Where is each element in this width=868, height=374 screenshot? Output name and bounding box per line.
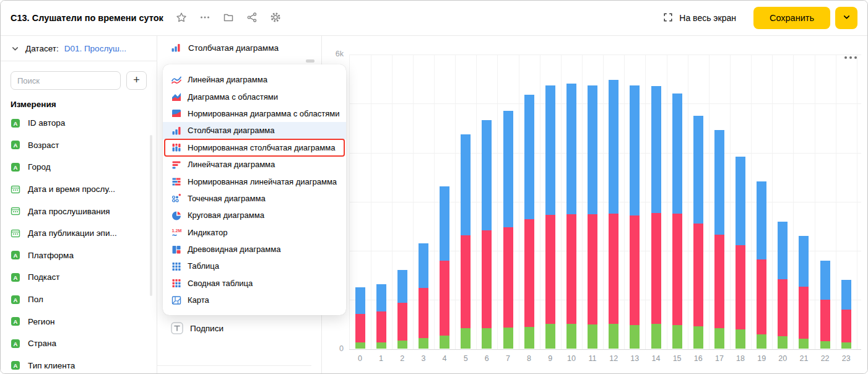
x-axis-tick: 20 xyxy=(775,354,790,363)
series-blue-top-segment xyxy=(672,94,682,214)
chart-type-menu-item[interactable]: Линейчатая диаграмма xyxy=(163,156,346,173)
ellipsis-icon[interactable] xyxy=(193,7,217,29)
series-green-bottom-segment xyxy=(355,342,365,349)
series-blue-top-segment xyxy=(566,84,576,214)
x-axis-tick: 23 xyxy=(839,354,854,363)
bar-hour-2 xyxy=(397,270,407,349)
series-blue-top-segment xyxy=(419,243,428,288)
dimensions-section-title: Измерения xyxy=(11,100,147,109)
chart-type-selector[interactable]: Столбчатая диаграмма xyxy=(157,36,321,59)
series-pink-middle-segment xyxy=(714,235,724,328)
chart-type-menu-item[interactable]: Столбчатая диаграмма xyxy=(163,122,346,139)
field-item[interactable]: AГород xyxy=(1,156,157,178)
field-item[interactable]: Дата и время прослу... xyxy=(1,178,157,201)
chart-type-menu-item[interactable]: Диаграмма с областями xyxy=(163,88,346,105)
bar-hour-14 xyxy=(651,86,661,348)
series-green-bottom-segment xyxy=(672,325,682,348)
dataset-sidebar: Датасет: D01. Прослуш... + Измерения AID… xyxy=(1,36,157,373)
field-label: Возраст xyxy=(28,141,59,150)
chart-type-menu-item[interactable]: Древовидная диаграмма xyxy=(163,241,346,258)
series-pink-middle-segment xyxy=(397,303,407,341)
series-pink-middle-segment xyxy=(355,314,365,342)
field-item[interactable]: Дата прослушивания xyxy=(1,200,157,222)
chart-type-menu-item[interactable]: Точечная диаграмма xyxy=(163,190,346,207)
series-blue-top-segment xyxy=(503,111,513,227)
dataset-link[interactable]: D01. Прослуш... xyxy=(64,44,126,53)
chart-type-menu: Линейная диаграммаДиаграмма с областямиН… xyxy=(163,64,346,315)
bar-hour-1 xyxy=(376,284,386,349)
chart-type-menu-item-label: Точечная диаграмма xyxy=(188,194,266,203)
series-blue-top-segment xyxy=(714,130,724,234)
chart-type-menu-item[interactable]: Нормированная диаграмма с областями xyxy=(163,105,346,122)
field-item[interactable]: AВозраст xyxy=(1,134,157,157)
x-axis-tick: 5 xyxy=(458,354,473,363)
series-green-bottom-segment xyxy=(461,328,471,348)
chart-type-menu-item[interactable]: Сводная таблица xyxy=(163,275,346,292)
series-blue-top-segment xyxy=(440,186,449,261)
share-icon[interactable] xyxy=(240,7,264,29)
column-chart-icon xyxy=(171,43,181,53)
settings-scrollbar-thumb[interactable] xyxy=(306,59,315,63)
pivot-table-icon xyxy=(171,278,181,288)
field-label: ID автора xyxy=(28,118,65,128)
chart-type-menu-item[interactable]: Нормированная линейчатая диаграмма xyxy=(163,173,346,189)
chart-type-menu-item[interactable]: Таблица xyxy=(163,258,346,274)
chart-type-menu-item[interactable]: Круговая диаграмма xyxy=(163,207,346,224)
chart-type-menu-item[interactable]: Карта xyxy=(163,292,346,308)
star-icon[interactable] xyxy=(170,7,193,29)
gear-icon[interactable] xyxy=(264,7,287,29)
field-item[interactable]: AID автора xyxy=(1,112,157,134)
chart-type-menu-item-label: Древовидная диаграмма xyxy=(188,245,280,254)
series-pink-middle-segment xyxy=(482,230,492,328)
labels-option[interactable]: Подписи xyxy=(157,316,321,341)
bar-hour-10 xyxy=(566,84,576,348)
series-pink-middle-segment xyxy=(545,215,555,324)
chart-options-icon[interactable] xyxy=(843,54,859,61)
x-axis-tick: 12 xyxy=(606,354,621,363)
stacked-bar-chart: 6k00123456789101112131415161718192021222… xyxy=(323,36,867,373)
series-blue-top-segment xyxy=(651,86,661,213)
field-item[interactable]: AПол xyxy=(1,289,157,311)
x-axis-tick: 1 xyxy=(374,354,389,363)
field-list: AID автораAВозрастAГородДата и время про… xyxy=(1,112,157,373)
field-item[interactable]: AТип клиента xyxy=(1,355,157,373)
bar-hour-4 xyxy=(440,186,449,348)
svg-text:A: A xyxy=(14,142,18,149)
series-blue-top-segment xyxy=(588,85,597,214)
save-button[interactable]: Сохранить xyxy=(753,7,830,29)
bar-hour-13 xyxy=(630,85,640,348)
series-pink-middle-segment xyxy=(672,214,682,325)
map-icon xyxy=(171,295,181,305)
bar-hour-7 xyxy=(503,111,513,348)
add-field-button[interactable]: + xyxy=(126,71,147,90)
field-item[interactable]: AСтрана xyxy=(1,333,157,355)
chart-type-menu-item[interactable]: 1.2MИндикатор xyxy=(163,224,346,241)
chart-type-menu-item-label: Нормированная линейчатая диаграмма xyxy=(188,177,337,186)
x-axis-tick: 11 xyxy=(585,354,600,363)
chart-type-menu-item-label: Нормированная столбчатая диаграмма xyxy=(188,143,335,152)
save-more-button[interactable] xyxy=(835,7,857,29)
field-item[interactable]: AПлатформа xyxy=(1,245,157,267)
area-chart-icon xyxy=(171,92,181,102)
field-label: Платформа xyxy=(28,251,74,260)
search-input[interactable] xyxy=(11,71,121,90)
x-axis-tick: 13 xyxy=(627,354,642,363)
series-blue-top-segment xyxy=(693,116,703,224)
y-axis-tick: 6k xyxy=(323,50,344,58)
field-item[interactable]: Дата публикации эпи... xyxy=(1,222,157,245)
series-pink-middle-segment xyxy=(841,310,851,343)
header: C13. Слушатели по времени суток На весь … xyxy=(1,1,867,36)
string-field-icon: A xyxy=(11,118,20,128)
folder-icon[interactable] xyxy=(217,7,240,29)
field-item[interactable]: AПодкаст xyxy=(1,266,157,289)
series-green-bottom-segment xyxy=(651,324,661,348)
chart-type-menu-item[interactable]: Нормированная столбчатая диаграмма xyxy=(163,139,346,156)
series-pink-middle-segment xyxy=(419,288,428,339)
dataset-collapse-icon[interactable] xyxy=(11,44,20,53)
field-item[interactable]: AРегион xyxy=(1,310,157,333)
svg-text:A: A xyxy=(14,274,18,280)
chart-type-menu-item[interactable]: Линейная диаграмма xyxy=(163,71,346,88)
sidebar-scrollbar[interactable] xyxy=(150,135,152,296)
fullscreen-button[interactable]: На весь экран xyxy=(663,12,736,24)
labels-option-label: Подписи xyxy=(190,324,224,333)
